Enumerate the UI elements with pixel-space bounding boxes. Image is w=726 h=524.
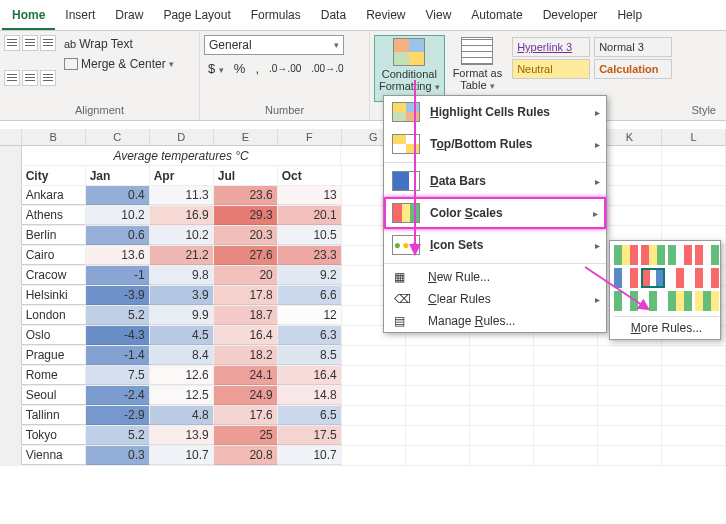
cell[interactable]: [662, 346, 726, 365]
cell[interactable]: Prague: [22, 346, 86, 365]
color-scale-option-8[interactable]: [614, 291, 638, 311]
tab-review[interactable]: Review: [356, 4, 415, 30]
cell[interactable]: 12.5: [150, 386, 214, 405]
cell[interactable]: -3.9: [86, 286, 150, 305]
cell[interactable]: 12.6: [150, 366, 214, 385]
cell[interactable]: 20.3: [214, 226, 278, 245]
cell[interactable]: 0.6: [86, 226, 150, 245]
currency-button[interactable]: $ ▾: [208, 61, 224, 76]
cell[interactable]: Ankara: [22, 186, 86, 205]
cell[interactable]: [342, 426, 406, 445]
cell[interactable]: 0.3: [86, 446, 150, 465]
cell[interactable]: [534, 446, 598, 465]
tab-draw[interactable]: Draw: [105, 4, 153, 30]
cell[interactable]: Athens: [22, 206, 86, 225]
cell[interactable]: 13.6: [86, 246, 150, 265]
cell[interactable]: [470, 366, 534, 385]
style-hyperlink[interactable]: Hyperlink 3: [512, 37, 590, 57]
cell[interactable]: [598, 366, 662, 385]
cell[interactable]: 20.8: [214, 446, 278, 465]
conditional-formatting-button[interactable]: Conditional Formatting ▾: [374, 35, 445, 102]
cell[interactable]: 8.4: [150, 346, 214, 365]
cell[interactable]: [598, 166, 662, 185]
cell[interactable]: [534, 346, 598, 365]
menu-top-bottom[interactable]: Top/Bottom Rules ▸: [384, 128, 606, 160]
cell-styles-gallery[interactable]: Hyperlink 3 Normal 3 Neutral Calculation: [510, 35, 674, 102]
alignment-buttons[interactable]: [4, 35, 56, 102]
cell[interactable]: 29.3: [214, 206, 278, 225]
cell[interactable]: Oct: [278, 166, 342, 185]
menu-clear-rules[interactable]: ⌫ Clear Rules ▸: [384, 288, 606, 310]
cell[interactable]: Cairo: [22, 246, 86, 265]
tab-page-layout[interactable]: Page Layout: [153, 4, 240, 30]
cell[interactable]: -2.4: [86, 386, 150, 405]
cell[interactable]: [534, 366, 598, 385]
merge-center-button[interactable]: Merge & Center ▾: [60, 55, 178, 73]
cell[interactable]: [470, 446, 534, 465]
cell[interactable]: 7.5: [86, 366, 150, 385]
cell[interactable]: 21.2: [150, 246, 214, 265]
cell[interactable]: [534, 386, 598, 405]
cell[interactable]: 13: [278, 186, 342, 205]
cell[interactable]: [598, 426, 662, 445]
cell[interactable]: [598, 386, 662, 405]
cell[interactable]: 23.6: [214, 186, 278, 205]
cell[interactable]: Tallinn: [22, 406, 86, 425]
sheet-title[interactable]: Average temperatures °C: [22, 146, 342, 165]
cell[interactable]: 10.7: [150, 446, 214, 465]
cell[interactable]: 18.2: [214, 346, 278, 365]
menu-highlight-cells[interactable]: Highlight Cells Rules ▸: [384, 96, 606, 128]
cell[interactable]: 0.4: [86, 186, 150, 205]
cell[interactable]: [662, 146, 726, 165]
cell[interactable]: 16.4: [278, 366, 342, 385]
menu-manage-rules[interactable]: ▤ Manage Rules...: [384, 310, 606, 332]
style-calculation[interactable]: Calculation: [594, 59, 672, 79]
cell[interactable]: 13.9: [150, 426, 214, 445]
cell[interactable]: Berlin: [22, 226, 86, 245]
cell[interactable]: 11.3: [150, 186, 214, 205]
corner-cell[interactable]: [0, 129, 22, 145]
cell[interactable]: 17.5: [278, 426, 342, 445]
cell[interactable]: 9.9: [150, 306, 214, 325]
col-header-L[interactable]: L: [662, 129, 726, 145]
cell[interactable]: Jul: [214, 166, 278, 185]
cell[interactable]: 8.5: [278, 346, 342, 365]
cell[interactable]: 3.9: [150, 286, 214, 305]
cell[interactable]: [598, 406, 662, 425]
cell[interactable]: [662, 406, 726, 425]
style-normal[interactable]: Normal 3: [594, 37, 672, 57]
cell[interactable]: 24.9: [214, 386, 278, 405]
cell[interactable]: Apr: [150, 166, 214, 185]
cell[interactable]: Jan: [86, 166, 150, 185]
color-scale-option-9[interactable]: [641, 291, 665, 311]
cell[interactable]: 5.2: [86, 426, 150, 445]
cell[interactable]: [598, 206, 662, 225]
cell[interactable]: [598, 346, 662, 365]
cell[interactable]: [342, 386, 406, 405]
color-scale-option-0[interactable]: [614, 245, 638, 265]
col-header-D[interactable]: D: [150, 129, 214, 145]
cell[interactable]: 20.1: [278, 206, 342, 225]
cell[interactable]: London: [22, 306, 86, 325]
cell[interactable]: [470, 406, 534, 425]
color-scale-option-2[interactable]: [668, 245, 692, 265]
cell[interactable]: 20: [214, 266, 278, 285]
cell[interactable]: 9.2: [278, 266, 342, 285]
cell[interactable]: [342, 406, 406, 425]
menu-data-bars[interactable]: Data Bars ▸: [384, 165, 606, 197]
cell[interactable]: -2.9: [86, 406, 150, 425]
cell[interactable]: -4.3: [86, 326, 150, 345]
cell[interactable]: 10.2: [150, 226, 214, 245]
cell[interactable]: 16.9: [150, 206, 214, 225]
cell[interactable]: 10.2: [86, 206, 150, 225]
cell[interactable]: Tokyo: [22, 426, 86, 445]
cell[interactable]: 27.6: [214, 246, 278, 265]
more-rules[interactable]: More Rules...: [614, 316, 719, 335]
cell[interactable]: [342, 346, 406, 365]
menu-new-rule[interactable]: ▦ New Rule...: [384, 266, 606, 288]
decrease-decimal-button[interactable]: .00→.0: [311, 63, 343, 74]
cell[interactable]: [406, 406, 470, 425]
color-scale-option-10[interactable]: [668, 291, 692, 311]
tab-developer[interactable]: Developer: [533, 4, 608, 30]
cell[interactable]: Oslo: [22, 326, 86, 345]
